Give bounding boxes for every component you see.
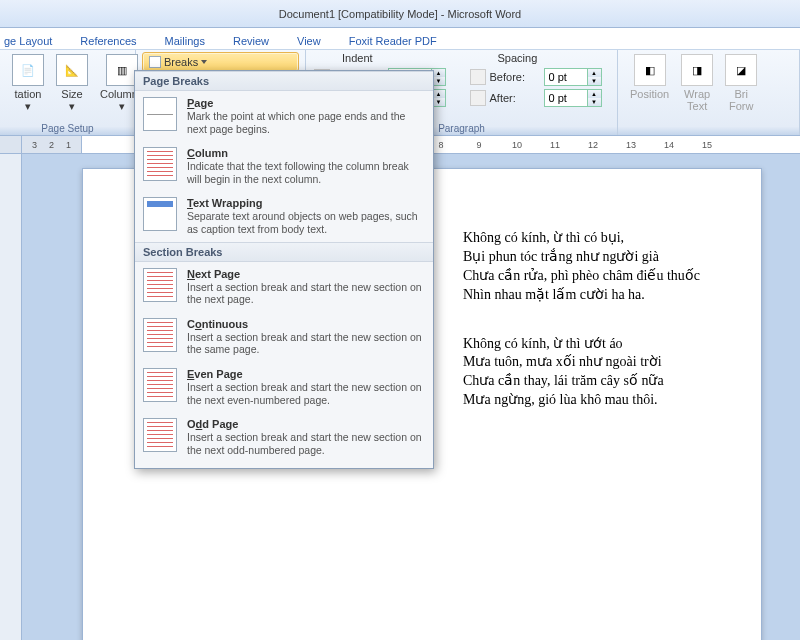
indent-header: Indent xyxy=(314,52,454,64)
continuous-break-icon xyxy=(143,318,177,352)
size-button[interactable]: 📐 Size▾ xyxy=(50,52,94,114)
tab-foxit[interactable]: Foxit Reader PDF xyxy=(335,32,451,49)
breaks-dropdown-menu: Page Breaks Page Mark the point at which… xyxy=(134,70,434,469)
break-text-wrapping[interactable]: Text Wrapping Separate text around objec… xyxy=(135,191,433,241)
spacing-after-label: After: xyxy=(490,92,540,104)
spin-down[interactable]: ▼ xyxy=(588,77,601,85)
stanza: Không có kính, ừ thì có bụi, Bụi phun tó… xyxy=(463,229,743,305)
page-break-icon xyxy=(143,97,177,131)
spin-up[interactable]: ▲ xyxy=(588,69,601,77)
ribbon-tabs: ge Layout References Mailings Review Vie… xyxy=(0,28,800,50)
break-even-page[interactable]: Even Page Insert a section break and sta… xyxy=(135,362,433,412)
break-page[interactable]: Page Mark the point at which one page en… xyxy=(135,91,433,141)
spacing-header: Spacing xyxy=(470,52,610,64)
orientation-icon: 📄 xyxy=(12,54,44,86)
spacing-before-label: Before: xyxy=(490,71,540,83)
item-title: Text Wrapping xyxy=(187,197,423,209)
break-continuous[interactable]: Continuous Insert a section break and st… xyxy=(135,312,433,362)
item-title: Next Page xyxy=(187,268,423,280)
tab-mailings[interactable]: Mailings xyxy=(151,32,219,49)
size-icon: 📐 xyxy=(56,54,88,86)
item-desc: Separate text around objects on web page… xyxy=(187,210,423,235)
item-title: Column xyxy=(187,147,423,159)
bring-forward-icon: ◪ xyxy=(725,54,757,86)
item-title: Page xyxy=(187,97,423,109)
spin-down[interactable]: ▼ xyxy=(588,98,601,106)
item-desc: Mark the point at which one page ends an… xyxy=(187,110,423,135)
break-next-page[interactable]: Next Page Insert a section break and sta… xyxy=(135,262,433,312)
ruler-left: 321 xyxy=(22,136,82,153)
next-page-break-icon xyxy=(143,268,177,302)
page-setup-label: Page Setup xyxy=(0,123,135,134)
wrap-text-icon: ◨ xyxy=(681,54,713,86)
item-title: Continuous xyxy=(187,318,423,330)
spacing-before-icon xyxy=(470,69,486,85)
spacing-before-input[interactable] xyxy=(545,69,587,85)
tab-references[interactable]: References xyxy=(66,32,150,49)
tab-view[interactable]: View xyxy=(283,32,335,49)
spacing-after-input[interactable] xyxy=(545,90,587,106)
columns-icon: ▥ xyxy=(106,54,138,86)
stanza: Không có kính, ừ thì ướt áo Mưa tuôn, mư… xyxy=(463,335,743,411)
breaks-dropdown-button[interactable]: Breaks xyxy=(142,52,299,72)
item-desc: Indicate that the text following the col… xyxy=(187,160,423,185)
spacing-after-spinner[interactable]: ▲▼ xyxy=(544,89,602,107)
break-column[interactable]: Column Indicate that the text following … xyxy=(135,141,433,191)
even-page-break-icon xyxy=(143,368,177,402)
section-breaks-header: Section Breaks xyxy=(135,242,433,262)
item-title: Even Page xyxy=(187,368,423,380)
item-title: Odd Page xyxy=(187,418,423,430)
wrap-text-button: ◨ Wrap Text xyxy=(675,52,719,135)
odd-page-break-icon xyxy=(143,418,177,452)
position-icon: ◧ xyxy=(634,54,666,86)
spacing-before-spinner[interactable]: ▲▼ xyxy=(544,68,602,86)
item-desc: Insert a section break and start the new… xyxy=(187,431,423,456)
break-odd-page[interactable]: Odd Page Insert a section break and star… xyxy=(135,412,433,462)
tab-review[interactable]: Review xyxy=(219,32,283,49)
title-bar: Document1 [Compatibility Mode] - Microso… xyxy=(0,0,800,28)
orientation-button[interactable]: 📄 tation▾ xyxy=(6,52,50,114)
document-column-right[interactable]: Không có kính, ừ thì có bụi, Bụi phun tó… xyxy=(463,229,743,428)
item-desc: Insert a section break and start the new… xyxy=(187,331,423,356)
ruler-corner xyxy=(0,136,22,153)
window-title: Document1 [Compatibility Mode] - Microso… xyxy=(279,8,522,20)
bring-forward-button: ◪ Bri Forw xyxy=(719,52,763,135)
item-desc: Insert a section break and start the new… xyxy=(187,281,423,306)
chevron-down-icon xyxy=(201,60,207,64)
page-breaks-header: Page Breaks xyxy=(135,71,433,91)
position-button: ◧ Position xyxy=(624,52,675,135)
tab-page-layout[interactable]: ge Layout xyxy=(0,32,66,49)
breaks-icon xyxy=(149,56,161,68)
spin-up[interactable]: ▲ xyxy=(588,90,601,98)
spacing-after-icon xyxy=(470,90,486,106)
text-wrap-break-icon xyxy=(143,197,177,231)
vertical-ruler[interactable] xyxy=(0,154,22,640)
column-break-icon xyxy=(143,147,177,181)
item-desc: Insert a section break and start the new… xyxy=(187,381,423,406)
